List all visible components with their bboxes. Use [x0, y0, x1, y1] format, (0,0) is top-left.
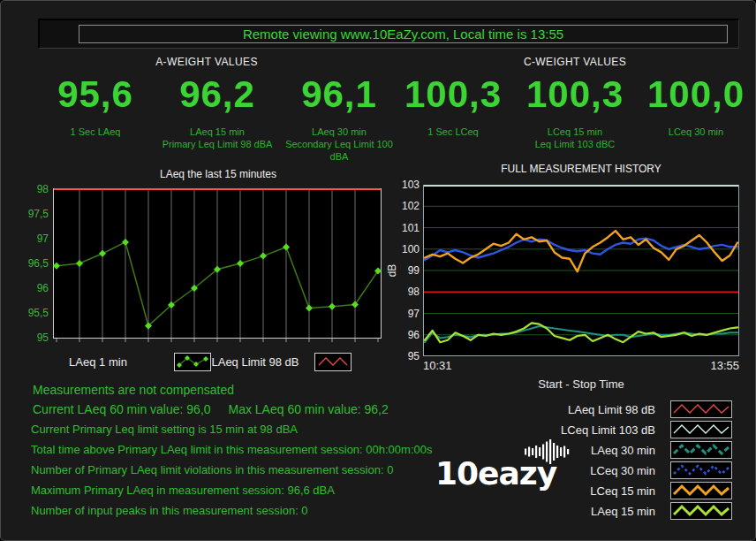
legend-row: LCeq Limit 103 dB — [495, 420, 732, 439]
info-violations: Number of Primary LAeq limit violations … — [31, 463, 393, 476]
info-60min-values: Current LAeq 60 min value: 96,0 Max LAeq… — [33, 402, 389, 416]
history-chart-ytick: 97 — [388, 307, 420, 321]
metric-value: 100,0 — [634, 75, 756, 114]
metric-label: LCeq 15 min — [513, 126, 637, 138]
left-legend-limit-label: LAeq Limit 98 dB — [208, 355, 302, 369]
app-window: Remote viewing www.10EaZy.com, Local tim… — [0, 0, 756, 541]
metric-value: 95,6 — [34, 75, 157, 114]
history-xaxis-label: Start - Stop Time — [423, 377, 739, 391]
laeq-limit-98-swatch[interactable] — [670, 400, 732, 418]
info-input-peaks: Number of input peaks in this measuremen… — [31, 504, 308, 517]
full-history-chart — [423, 185, 739, 356]
laeq-15min-chart — [53, 184, 382, 347]
info-max-session: Maximum Primary LAeq in measurement sess… — [31, 484, 335, 497]
history-chart-ytick: 95 — [388, 349, 420, 363]
legend-label: LCeq 30 min — [590, 464, 655, 477]
left-chart-ytick: 98 — [10, 182, 49, 196]
info-limit-setting: Current Primary Leq limit setting is 15 … — [31, 423, 298, 436]
metric-label: 1 Sec LAeq — [34, 126, 157, 138]
history-chart-ytick: 103 — [388, 178, 420, 192]
metric-lceq-15min: 100,3 LCeq 15 min Leq Limit 103 dBC — [513, 75, 637, 150]
lceq-limit-103-swatch[interactable] — [670, 421, 732, 438]
metric-lceq-30min: 100,0 LCeq 30 min — [634, 75, 756, 138]
metric-1sec-laeq: 95,6 1 Sec LAeq — [34, 75, 157, 138]
metric-label: Secondary Leq Limit 100 dBA — [277, 138, 401, 163]
laeq-15min-swatch[interactable] — [670, 502, 732, 520]
left-chart-ytick: 97 — [10, 232, 49, 246]
history-chart-ytick: 101 — [388, 221, 420, 235]
logo-soundwave-icon — [524, 438, 571, 465]
metric-label: LAeq 30 min — [277, 126, 401, 138]
legend-label: LAeq Limit 98 dB — [568, 403, 655, 416]
metric-label: Primary Leq Limit 98 dBA — [155, 138, 279, 150]
legend-label: LCeq Limit 103 dB — [561, 423, 655, 437]
lceq-30min-swatch[interactable] — [670, 461, 732, 479]
legend-label: LAeq 30 min — [591, 444, 655, 457]
history-x-start: 10:31 — [423, 359, 452, 372]
legend-label: LAeq 15 min — [591, 505, 655, 518]
c-weight-title: C-WEIGHT VALUES — [478, 56, 672, 68]
left-chart-ytick: 95,5 — [10, 306, 49, 320]
info-current-60min: Current LAeq 60 min value: 96,0 — [33, 402, 211, 416]
metric-laeq-15min: 96,2 LAeq 15 min Primary Leq Limit 98 dB… — [155, 75, 279, 150]
info-max-60min: Max LAeq 60 min value: 96,2 — [228, 402, 388, 416]
metric-label: Leq Limit 103 dBC — [513, 138, 637, 150]
laeq-1min-swatch[interactable] — [174, 353, 211, 371]
a-weight-title: A-WEIGHT VALUES — [110, 56, 304, 68]
history-chart-ytick: 102 — [388, 199, 420, 213]
metric-value: 96,1 — [277, 75, 401, 114]
history-chart-title: FULL MEASUREMENT HISTORY — [449, 163, 714, 175]
metric-label: LCeq 30 min — [634, 126, 756, 138]
history-chart-ytick: 99 — [388, 263, 420, 278]
left-chart-ytick: 95 — [10, 331, 49, 345]
history-chart-yaxis: 1031021011009998979695 — [388, 1, 420, 372]
metric-laeq-30min: 96,1 LAeq 30 min Secondary Leq Limit 100… — [277, 75, 401, 163]
left-chart-ytick: 96,5 — [10, 256, 49, 270]
left-chart-title: LAeq the last 15 minutes — [86, 168, 351, 180]
left-chart-ytick: 96 — [10, 281, 49, 295]
info-compensation: Measurements are not compensated — [33, 383, 234, 397]
left-chart-ytick: 97,5 — [10, 207, 49, 221]
legend-row: LAeq 15 min — [495, 501, 732, 521]
legend-row: LAeq Limit 98 dB — [495, 400, 732, 419]
history-chart-ytick: 96 — [388, 328, 420, 342]
laeq-limit-swatch[interactable] — [314, 353, 352, 371]
metric-label: LAeq 15 min — [155, 126, 279, 138]
laeq-30min-swatch[interactable] — [670, 441, 732, 459]
history-chart-ytick: 98 — [388, 285, 420, 299]
left-legend-series-label: LAeq 1 min — [45, 355, 151, 369]
legend-label: LCeq 15 min — [590, 484, 655, 498]
lceq-15min-swatch[interactable] — [670, 482, 732, 499]
left-chart-yaxis: 9897,59796,59695,595 — [10, 1, 49, 354]
history-x-end: 13:55 — [704, 359, 739, 372]
history-chart-ytick: 100 — [388, 242, 420, 256]
metric-value: 100,3 — [513, 75, 637, 114]
metric-value: 96,2 — [155, 75, 279, 114]
info-time-above-limit: Total time above Primary LAeq limit in t… — [31, 443, 432, 456]
